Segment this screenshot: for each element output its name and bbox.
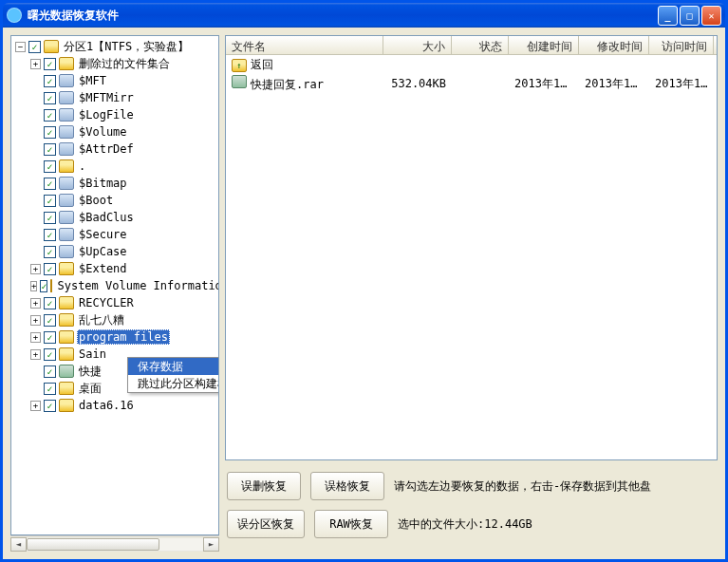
checkbox[interactable]: ✓ xyxy=(44,195,56,207)
checkbox[interactable]: ✓ xyxy=(40,280,47,292)
undelete-button[interactable]: 误删恢复 xyxy=(227,472,301,500)
tree-root[interactable]: −✓分区1【NTFS，实验盘】 xyxy=(11,38,218,55)
close-button[interactable]: ✕ xyxy=(701,6,721,26)
checkbox[interactable]: ✓ xyxy=(44,246,56,258)
file-list-header[interactable]: 文件名 大小 状态 创建时间 修改时间 访问时间 xyxy=(226,36,717,55)
checkbox[interactable]: ✓ xyxy=(44,109,56,122)
expander-icon[interactable]: + xyxy=(30,401,41,411)
context-menu[interactable]: 保存数据跳过此分区构建树 xyxy=(127,357,219,393)
checkbox[interactable]: ✓ xyxy=(44,365,56,378)
tree-item[interactable]: ✓. xyxy=(11,158,218,175)
checkbox[interactable]: ✓ xyxy=(44,75,56,87)
raw-recover-button[interactable]: RAW恢复 xyxy=(314,510,388,538)
titlebar[interactable]: 曙光数据恢复软件 _ □ ✕ xyxy=(3,3,725,28)
scroll-track[interactable] xyxy=(27,537,203,552)
folder-icon xyxy=(59,262,74,275)
file-name: 快捷回复.rar xyxy=(251,78,324,91)
expander-icon xyxy=(30,93,41,103)
checkbox[interactable]: ✓ xyxy=(44,348,56,361)
tree-item[interactable]: +✓System Volume Information xyxy=(11,277,218,294)
expander-icon[interactable]: + xyxy=(30,59,41,69)
checkbox[interactable]: ✓ xyxy=(44,58,56,70)
tree-view[interactable]: −✓分区1【NTFS，实验盘】+✓删除过的文件集合✓$MFT✓$MFTMirr✓… xyxy=(10,35,219,535)
sys-icon xyxy=(59,245,74,258)
scroll-thumb[interactable] xyxy=(27,538,159,551)
tree-item[interactable]: ✓$BadClus xyxy=(11,209,218,226)
column-atime[interactable]: 访问时间 xyxy=(649,36,714,54)
expander-icon[interactable]: + xyxy=(30,281,37,291)
tree-item[interactable]: +✓RECYCLER xyxy=(11,294,218,311)
tree-item[interactable]: ✓$Boot xyxy=(11,192,218,209)
partition-recover-button[interactable]: 误分区恢复 xyxy=(227,510,305,538)
file-row[interactable]: 快捷回复.rar532.04KB2013年10...2013年10...2013… xyxy=(226,74,717,93)
tree-item[interactable]: +✓乱七八糟 xyxy=(11,311,218,328)
tree-item[interactable]: +✓删除过的文件集合 xyxy=(11,55,218,72)
tree-item[interactable]: ✓$MFTMirr xyxy=(11,89,218,106)
tree-item[interactable]: +✓data6.16 xyxy=(11,397,218,414)
expander-icon xyxy=(30,144,41,155)
tree-label: $Extend xyxy=(77,262,129,275)
checkbox[interactable]: ✓ xyxy=(44,383,56,395)
expander-icon[interactable]: + xyxy=(30,298,41,309)
sys-icon xyxy=(59,74,74,87)
expander-icon[interactable]: + xyxy=(30,332,41,343)
checkbox[interactable]: ✓ xyxy=(44,229,56,241)
checkbox[interactable]: ✓ xyxy=(44,314,56,327)
expander-icon[interactable]: + xyxy=(30,315,41,326)
expander-icon xyxy=(30,127,41,138)
maximize-button[interactable]: □ xyxy=(680,6,700,26)
tree-label: Sain xyxy=(77,347,108,361)
file-list[interactable]: 文件名 大小 状态 创建时间 修改时间 访问时间 ↑返回快捷回复.rar532.… xyxy=(225,35,718,460)
file-list-body[interactable]: ↑返回快捷回复.rar532.04KB2013年10...2013年10...2… xyxy=(226,55,717,459)
unformat-button[interactable]: 误格恢复 xyxy=(310,472,384,500)
folder-icon xyxy=(59,399,74,412)
selected-size-text: 选中的文件大小:12.44GB xyxy=(398,516,532,533)
column-size[interactable]: 大小 xyxy=(383,36,452,54)
scroll-left-button[interactable]: ◄ xyxy=(10,537,27,552)
expander-icon[interactable]: + xyxy=(30,264,41,274)
checkbox[interactable]: ✓ xyxy=(44,160,56,173)
file-size: 532.04KB xyxy=(383,77,452,90)
up-folder-icon: ↑ xyxy=(232,59,247,72)
tree-label: $UpCase xyxy=(77,245,129,258)
tree-item[interactable]: ✓$Volume xyxy=(11,123,218,140)
checkbox[interactable]: ✓ xyxy=(44,126,56,139)
column-mtime[interactable]: 修改时间 xyxy=(579,36,649,54)
file-ctime: 2013年10... xyxy=(509,76,579,92)
checkbox[interactable]: ✓ xyxy=(44,331,56,344)
expander-icon[interactable]: + xyxy=(30,349,41,360)
checkbox[interactable]: ✓ xyxy=(44,92,56,104)
tree-item[interactable]: ✓$Bitmap xyxy=(11,175,218,192)
checkbox[interactable]: ✓ xyxy=(44,263,56,275)
tree-label: 快捷 xyxy=(77,364,103,380)
table-icon xyxy=(59,365,74,378)
tree-item[interactable]: ✓$Secure xyxy=(11,226,218,243)
checkbox[interactable]: ✓ xyxy=(44,400,56,412)
checkbox[interactable]: ✓ xyxy=(44,297,56,309)
up-row[interactable]: ↑返回 xyxy=(226,55,717,74)
column-name[interactable]: 文件名 xyxy=(226,36,383,54)
tree-item[interactable]: +✓$Extend xyxy=(11,260,218,277)
checkbox[interactable]: ✓ xyxy=(28,41,41,53)
column-status[interactable]: 状态 xyxy=(452,36,509,54)
column-ctime[interactable]: 创建时间 xyxy=(509,36,579,54)
checkbox[interactable]: ✓ xyxy=(44,212,56,224)
tree-item[interactable]: +✓program files xyxy=(11,328,218,346)
tree-label: $Bitmap xyxy=(77,177,129,190)
checkbox[interactable]: ✓ xyxy=(44,178,56,190)
button-area: 误删恢复 误格恢复 请勾选左边要恢复的数据，右击-保存数据到其他盘 误分区恢复 … xyxy=(225,468,718,552)
expander-icon[interactable]: − xyxy=(15,42,26,52)
scroll-right-button[interactable]: ► xyxy=(203,537,219,552)
sys-icon xyxy=(59,211,74,224)
hscrollbar[interactable]: ◄ ► xyxy=(10,535,219,552)
tree-item[interactable]: ✓$MFT xyxy=(11,72,218,89)
checkbox[interactable]: ✓ xyxy=(44,143,56,156)
folder-icon xyxy=(59,159,74,173)
tree-item[interactable]: ✓$AttrDef xyxy=(11,140,218,158)
minimize-button[interactable]: _ xyxy=(658,6,678,26)
client-area: −✓分区1【NTFS，实验盘】+✓删除过的文件集合✓$MFT✓$MFTMirr✓… xyxy=(3,28,725,559)
tree-item[interactable]: ✓$UpCase xyxy=(11,243,218,260)
menu-item[interactable]: 保存数据 xyxy=(128,358,219,375)
menu-item[interactable]: 跳过此分区构建树 xyxy=(128,375,219,392)
tree-item[interactable]: ✓$LogFile xyxy=(11,106,218,123)
